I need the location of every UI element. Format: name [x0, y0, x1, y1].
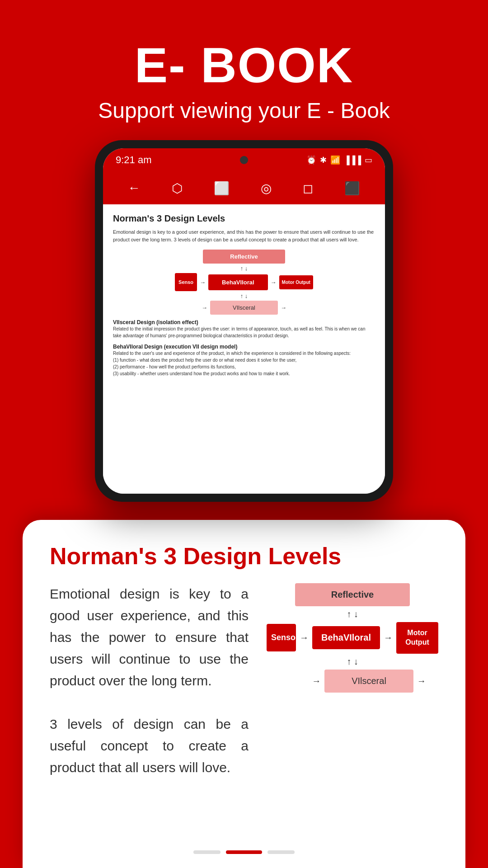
diag-arrows2-phone: ↑ ↓ — [240, 292, 248, 299]
diag-visceral-phone: VIlsceral — [210, 301, 278, 315]
nav-bar-2 — [267, 850, 295, 854]
page-subtitle: Support viewing your E - Book — [0, 98, 488, 123]
diag2-visceral-row: → VIlsceral → — [267, 670, 438, 693]
page-title: E- BOOK — [0, 36, 488, 94]
card-text-col: Emotional design is key to a good user e… — [50, 583, 249, 778]
diag2-vis-arrow-right: → — [417, 676, 426, 686]
diag2-motor: Motor Output — [396, 622, 438, 654]
diag2-arrow-left: → — [300, 632, 309, 643]
diag-arrow-left-phone: → — [200, 279, 206, 286]
document-icon[interactable]: ◻ — [303, 181, 313, 196]
diag2-reflective: Reflective — [295, 583, 410, 606]
section1-text: Related to the initial impression the pr… — [113, 326, 375, 339]
bottom-card: Norman's 3 Design Levels Emotional desig… — [23, 520, 465, 868]
diag-vis-arrow-left: → — [202, 304, 207, 311]
diag2-arrows2: ↑ ↓ — [347, 656, 358, 667]
nav-bar-active — [226, 850, 262, 854]
status-bar: 9:21 am ⏰ ✱ 📶 ▐▐▐ ▭ — [103, 148, 385, 172]
print-icon[interactable]: ⬜ — [214, 181, 230, 196]
diag2-senso: Senso — [267, 624, 296, 651]
diag-arrows-phone: ↑ ↓ — [240, 265, 248, 272]
diag-vis-arrow-right: → — [281, 304, 286, 311]
copy-icon[interactable]: ⬛ — [344, 181, 360, 196]
phone-diagram: Reflective ↑ ↓ Senso → BehaVIloral → Mot… — [113, 250, 375, 315]
book-intro: Emotional design is key to a good user e… — [113, 228, 375, 243]
signal-icon: ▐▐▐ — [344, 156, 361, 165]
alarm-icon: ⏰ — [306, 155, 316, 165]
nav-bar-1 — [193, 850, 221, 854]
section2-title: BehaVIloral Design (execution VII design… — [113, 344, 375, 350]
diag-senso-phone: Senso — [175, 273, 197, 291]
card-paragraph1: Emotional design is key to a good user e… — [50, 583, 249, 778]
card-diagram: Reflective ↑ ↓ Senso → BehaVIloral → Mot… — [267, 583, 438, 693]
card-body: Emotional design is key to a good user e… — [50, 583, 438, 778]
diag2-arrow-right: → — [384, 632, 393, 643]
phone-screen: 9:21 am ⏰ ✱ 📶 ▐▐▐ ▭ ← ⬡ ⬜ ◎ ◻ ⬛ — [103, 148, 385, 494]
section1-title: VIlsceral Design (isolation effect) — [113, 319, 375, 326]
camera-dot — [240, 156, 248, 164]
share-icon[interactable]: ⬡ — [172, 181, 183, 196]
phone-mockup: 9:21 am ⏰ ✱ 📶 ▐▐▐ ▭ ← ⬡ ⬜ ◎ ◻ ⬛ — [95, 140, 393, 502]
diag-motor-phone: Motor Output — [279, 275, 313, 289]
card-title: Norman's 3 Design Levels — [50, 542, 438, 570]
battery-icon: ▭ — [365, 155, 372, 165]
bottom-nav — [23, 841, 465, 868]
diag-behavioral-phone: BehaVIloral — [208, 274, 268, 290]
diag-arrow-right-phone: → — [271, 279, 277, 286]
diag2-visceral: VIlsceral — [324, 670, 413, 693]
book-title: Norman's 3 Design Levels — [113, 213, 375, 224]
diag-visceral-row-phone: → VIlsceral → — [202, 301, 286, 315]
wifi-icon: 📶 — [330, 155, 340, 165]
diag-middle-row-phone: Senso → BehaVIloral → Motor Output — [175, 273, 313, 291]
diag2-arrows: ↑ ↓ — [347, 609, 358, 619]
diag2-behavioral: BehaVIloral — [312, 626, 380, 649]
diag2-vis-arrow-left: → — [312, 676, 321, 686]
book-content: Norman's 3 Design Levels Emotional desig… — [103, 204, 385, 494]
status-time: 9:21 am — [116, 154, 152, 166]
back-button[interactable]: ← — [128, 181, 141, 195]
account-icon[interactable]: ◎ — [261, 181, 272, 196]
section2-text: Related to the user's use and experience… — [113, 350, 375, 377]
phone-frame: 9:21 am ⏰ ✱ 📶 ▐▐▐ ▭ ← ⬡ ⬜ ◎ ◻ ⬛ — [95, 140, 393, 502]
diag-reflective-phone: Reflective — [203, 250, 285, 264]
bluetooth-icon: ✱ — [320, 155, 327, 165]
toolbar: ← ⬡ ⬜ ◎ ◻ ⬛ — [103, 172, 385, 204]
card-diagram-col: Reflective ↑ ↓ Senso → BehaVIloral → Mot… — [267, 583, 438, 693]
header-section: E- BOOK Support viewing your E - Book — [0, 0, 488, 141]
status-icons: ⏰ ✱ 📶 ▐▐▐ ▭ — [306, 155, 372, 165]
diag2-middle-row: Senso → BehaVIloral → Motor Output — [267, 622, 438, 654]
